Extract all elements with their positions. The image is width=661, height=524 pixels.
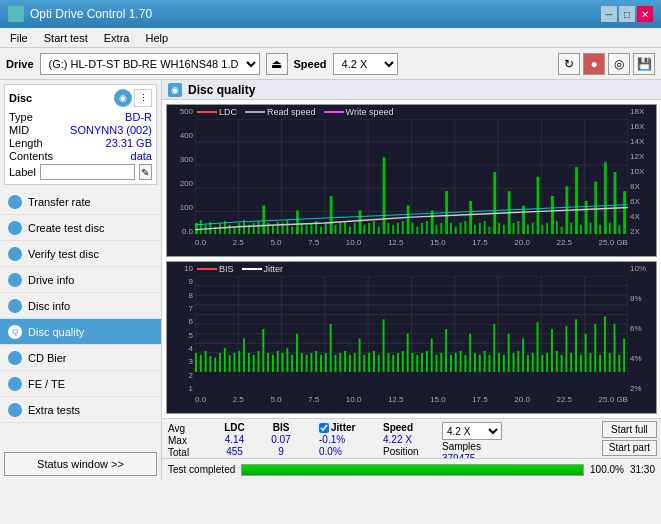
svg-rect-166 [373,351,375,372]
length-label: Length [9,137,43,149]
nav-item-transfer-rate[interactable]: ► Transfer rate [0,189,161,215]
label-edit-btn[interactable]: ✎ [139,164,152,180]
nav-item-verify-test-disc[interactable]: ✓ Verify test disc [0,241,161,267]
svg-rect-67 [436,225,438,235]
ldc-color [197,111,217,113]
eject-button[interactable]: ⏏ [266,53,288,75]
status-window-button[interactable]: Status window >> [4,452,157,476]
svg-rect-136 [229,355,231,372]
svg-rect-185 [464,355,466,372]
svg-rect-88 [537,177,540,235]
svg-rect-184 [460,351,462,372]
nav-item-cd-bier[interactable]: B CD Bier [0,345,161,371]
svg-rect-38 [296,210,299,234]
svg-rect-84 [517,221,519,234]
svg-rect-130 [200,355,202,372]
maximize-button[interactable]: □ [619,6,635,22]
svg-rect-26 [238,223,240,235]
start-part-button[interactable]: Start part [602,440,657,457]
svg-rect-150 [296,334,298,372]
mid-value: SONYNN3 (002) [70,124,152,136]
svg-rect-50 [354,223,356,235]
position-label: Position [383,446,438,457]
save-button[interactable]: 💾 [633,53,655,75]
jitter-legend: Jitter [242,264,284,274]
speed-select[interactable]: 4.2 X [333,53,398,75]
drive-select[interactable]: (G:) HL-DT-ST BD-RE WH16NS48 1.D3 [40,53,260,75]
label-label: Label [9,166,36,178]
app-title: Opti Drive Control 1.70 [30,7,152,21]
main-layout: Disc ◉ ⋮ Type BD-R MID SONYNN3 (002) Len… [0,80,661,480]
disc-button1[interactable]: ● [583,53,605,75]
drive-toolbar: ↻ ● ◎ 💾 [558,53,655,75]
menu-start-test[interactable]: Start test [38,31,94,45]
disc-quality-header: ◉ Disc quality [162,80,661,100]
nav-item-create-test-disc[interactable]: + Create test disc [0,215,161,241]
mid-label: MID [9,124,29,136]
svg-rect-70 [450,223,452,235]
svg-rect-64 [421,223,423,235]
drive-label: Drive [6,58,34,70]
nav-item-fe-te[interactable]: F FE / TE [0,371,161,397]
svg-rect-59 [397,223,399,235]
nav-item-disc-quality[interactable]: Q Disc quality [0,319,161,345]
svg-rect-56 [383,157,386,234]
svg-rect-61 [407,206,410,235]
svg-rect-31 [262,206,265,235]
svg-rect-76 [479,223,481,235]
sidebar: Disc ◉ ⋮ Type BD-R MID SONYNN3 (002) Len… [0,80,162,480]
svg-rect-187 [474,353,476,372]
start-full-button[interactable]: Start full [602,421,657,438]
drivebar: Drive (G:) HL-DT-ST BD-RE WH16NS48 1.D3 … [0,48,661,80]
menu-extra[interactable]: Extra [98,31,136,45]
menu-help[interactable]: Help [139,31,174,45]
disc-quality-icon: Q [8,325,22,339]
svg-rect-52 [363,225,365,235]
svg-rect-45 [330,196,333,234]
svg-rect-29 [253,223,255,235]
svg-rect-105 [618,225,620,235]
svg-rect-151 [301,353,303,372]
menu-file[interactable]: File [4,31,34,45]
nav-item-drive-info[interactable]: i Drive info [0,267,161,293]
svg-rect-178 [431,339,433,373]
speed-select-stats[interactable]: 4.2 X [442,422,502,440]
svg-rect-87 [532,223,534,235]
avg-label: Avg [168,423,208,434]
status-text: Test completed [168,464,235,475]
svg-rect-202 [546,353,548,372]
disc-panel-btn[interactable]: ⋮ [134,89,152,107]
svg-rect-153 [310,353,312,372]
svg-rect-83 [513,223,515,235]
jitter-checkbox[interactable] [319,423,329,433]
svg-rect-97 [580,225,582,235]
writespeed-legend: Write speed [324,107,394,117]
bis-chart: BIS Jitter 10 9 8 7 6 5 4 [166,261,657,414]
disc-button2[interactable]: ◎ [608,53,630,75]
minimize-button[interactable]: ─ [601,6,617,22]
speed-stats-header: Speed [383,422,438,433]
refresh-button[interactable]: ↻ [558,53,580,75]
svg-rect-175 [416,355,418,372]
label-input[interactable] [40,164,135,180]
disc-info-icon: i [8,299,22,313]
svg-rect-44 [325,223,327,235]
svg-rect-182 [450,355,452,372]
writespeed-color [324,111,344,113]
svg-rect-53 [368,223,370,235]
nav-item-disc-info[interactable]: i Disc info [0,293,161,319]
nav-item-extra-tests[interactable]: E Extra tests [0,397,161,423]
svg-rect-194 [508,334,510,372]
svg-rect-213 [599,355,601,372]
bis-color [197,268,217,270]
chart2-x-axis: 0.0 2.5 5.0 7.5 10.0 12.5 15.0 17.5 20.0… [195,395,628,413]
svg-rect-104 [614,172,617,235]
svg-rect-209 [580,355,582,372]
close-button[interactable]: ✕ [637,6,653,22]
svg-rect-72 [460,223,462,235]
svg-rect-201 [541,355,543,372]
titlebar: Opti Drive Control 1.70 ─ □ ✕ [0,0,661,28]
svg-rect-93 [561,227,563,235]
chart2-svg [195,276,628,372]
progress-label: 100.0% [590,464,624,475]
